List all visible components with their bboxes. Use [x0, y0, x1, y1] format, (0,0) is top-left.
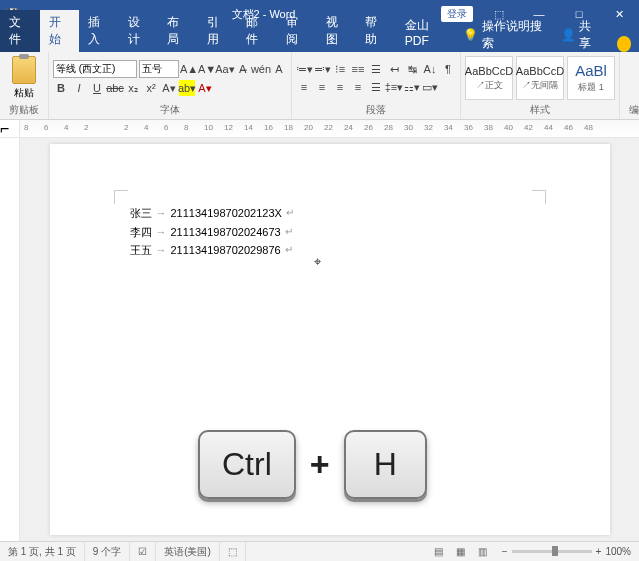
- group-label-paragraph: 段落: [296, 102, 456, 117]
- multilevel-icon[interactable]: ⁝≡: [332, 61, 348, 77]
- margin-mark-tr: [532, 190, 546, 204]
- phonetic-guide-icon[interactable]: wén: [253, 61, 269, 77]
- group-paragraph: ≔▾ ≕▾ ⁝≡ ≡≡ ☰ ↤ ↹ A↓ ¶ ≡ ≡ ≡ ≡ ☰ ‡≡▾ ⚏▾ …: [292, 52, 461, 119]
- underline-button[interactable]: U: [89, 80, 105, 96]
- status-proof-icon[interactable]: ☑: [130, 542, 156, 561]
- return-icon: ↵: [286, 204, 294, 223]
- share-button[interactable]: 👤共享: [551, 18, 609, 52]
- style-normal[interactable]: AaBbCcD ↗正文: [465, 56, 513, 100]
- ruler-corner: ⌐: [0, 120, 20, 137]
- zoom-level[interactable]: 100%: [605, 546, 631, 557]
- status-words[interactable]: 9 个字: [85, 542, 130, 561]
- horizontal-ruler[interactable]: 8642246810121416182022242628303234363840…: [20, 120, 639, 137]
- rtl-icon[interactable]: ↹: [404, 61, 420, 77]
- status-page[interactable]: 第 1 页, 共 1 页: [0, 542, 85, 561]
- tab-design[interactable]: 设计: [119, 10, 159, 52]
- pilcrow-icon[interactable]: ¶: [440, 61, 456, 77]
- group-styles: AaBbCcD ↗正文 AaBbCcD ↗无间隔 AaBl 标题 1 样式: [461, 52, 620, 119]
- decrease-indent-icon[interactable]: ≡≡: [350, 61, 366, 77]
- document-body[interactable]: 张三 → 21113419870202123X ↵ 李四 → 211134198…: [130, 204, 530, 260]
- align-justify-icon[interactable]: ≡: [350, 79, 366, 95]
- ltr-icon[interactable]: ↤: [386, 61, 402, 77]
- ribbon: 粘贴 剪贴板 等线 (西文正) 五号 A▲ A▼ Aa▾ A̶ wén A B …: [0, 52, 639, 120]
- return-icon: ↵: [285, 223, 293, 242]
- increase-indent-icon[interactable]: ☰: [368, 61, 384, 77]
- superscript-button[interactable]: x²: [143, 80, 159, 96]
- strike-button[interactable]: abc: [107, 80, 123, 96]
- decrease-font-icon[interactable]: A▼: [199, 61, 215, 77]
- doc-id: 211134198702024673: [171, 223, 281, 242]
- group-editing: 编辑: [620, 52, 639, 119]
- group-label-font: 字体: [53, 102, 287, 117]
- doc-line[interactable]: 李四 → 211134198702024673 ↵: [130, 223, 530, 242]
- highlight-icon[interactable]: ab▾: [179, 80, 195, 96]
- keycap-h: H: [344, 430, 427, 499]
- borders-icon[interactable]: ▭▾: [422, 79, 438, 95]
- doc-id: 211134198702029876: [171, 241, 281, 260]
- keycap-ctrl: Ctrl: [198, 430, 296, 499]
- tab-review[interactable]: 审阅: [277, 10, 317, 52]
- char-border-icon[interactable]: A: [271, 61, 287, 77]
- text-effects-icon[interactable]: A▾: [161, 80, 177, 96]
- tab-home[interactable]: 开始: [40, 10, 80, 52]
- view-buttons: ▤ ▦ ▥: [428, 542, 494, 562]
- bold-button[interactable]: B: [53, 80, 69, 96]
- align-right-icon[interactable]: ≡: [332, 79, 348, 95]
- style-no-spacing[interactable]: AaBbCcD ↗无间隔: [516, 56, 564, 100]
- group-font: 等线 (西文正) 五号 A▲ A▼ Aa▾ A̶ wén A B I U abc…: [49, 52, 292, 119]
- tab-references[interactable]: 引用: [198, 10, 238, 52]
- align-center-icon[interactable]: ≡: [314, 79, 330, 95]
- tab-file[interactable]: 文件: [0, 10, 40, 52]
- increase-font-icon[interactable]: A▲: [181, 61, 197, 77]
- paste-button[interactable]: 粘贴: [4, 56, 44, 100]
- doc-id: 21113419870202123X: [171, 204, 282, 223]
- doc-name: 王五: [130, 241, 152, 260]
- font-size-select[interactable]: 五号: [139, 60, 179, 78]
- align-left-icon[interactable]: ≡: [296, 79, 312, 95]
- lightbulb-icon: 💡: [463, 28, 478, 42]
- vertical-ruler[interactable]: [0, 138, 20, 541]
- view-web-icon[interactable]: ▥: [472, 542, 494, 562]
- tab-layout[interactable]: 布局: [158, 10, 198, 52]
- doc-line[interactable]: 张三 → 21113419870202123X ↵: [130, 204, 530, 223]
- style-heading-1[interactable]: AaBl 标题 1: [567, 56, 615, 100]
- numbering-icon[interactable]: ≕▾: [314, 61, 330, 77]
- tab-arrow-icon: →: [156, 241, 167, 260]
- shading-icon[interactable]: ⚏▾: [404, 79, 420, 95]
- tab-wps-pdf[interactable]: 金山PDF: [396, 13, 457, 52]
- font-color-icon[interactable]: A▾: [197, 80, 213, 96]
- ruler-bar: ⌐ 86422468101214161820222426283032343638…: [0, 120, 639, 138]
- doc-line[interactable]: 王五 → 211134198702029876 ↵: [130, 241, 530, 260]
- zoom-slider[interactable]: [512, 550, 592, 553]
- subscript-button[interactable]: x₂: [125, 80, 141, 96]
- zoom-control: − + 100%: [494, 546, 639, 557]
- sort-icon[interactable]: A↓: [422, 61, 438, 77]
- font-name-select[interactable]: 等线 (西文正): [53, 60, 137, 78]
- feedback-icon[interactable]: [617, 36, 631, 52]
- margin-mark-tl: [114, 190, 128, 204]
- tab-mailings[interactable]: 邮件: [237, 10, 277, 52]
- distribute-icon[interactable]: ☰: [368, 79, 384, 95]
- italic-button[interactable]: I: [71, 80, 87, 96]
- tell-me-search[interactable]: 💡 操作说明搜索: [457, 18, 551, 52]
- tab-insert[interactable]: 插入: [79, 10, 119, 52]
- clear-format-icon[interactable]: A̶: [235, 61, 251, 77]
- group-label-editing: 编辑: [624, 102, 639, 117]
- doc-name: 张三: [130, 204, 152, 223]
- line-spacing-icon[interactable]: ‡≡▾: [386, 79, 402, 95]
- status-language[interactable]: 英语(美国): [156, 542, 220, 561]
- view-read-icon[interactable]: ▤: [428, 542, 450, 562]
- status-record-icon[interactable]: ⬚: [220, 542, 246, 561]
- clipboard-icon: [12, 56, 36, 84]
- zoom-in-button[interactable]: +: [596, 546, 602, 557]
- zoom-out-button[interactable]: −: [502, 546, 508, 557]
- group-clipboard: 粘贴 剪贴板: [0, 52, 49, 119]
- group-label-styles: 样式: [465, 102, 615, 117]
- view-print-icon[interactable]: ▦: [450, 542, 472, 562]
- change-case-icon[interactable]: Aa▾: [217, 61, 233, 77]
- tab-view[interactable]: 视图: [317, 10, 357, 52]
- status-bar: 第 1 页, 共 1 页 9 个字 ☑ 英语(美国) ⬚ ▤ ▦ ▥ − + 1…: [0, 541, 639, 561]
- bullets-icon[interactable]: ≔▾: [296, 61, 312, 77]
- tab-help[interactable]: 帮助: [356, 10, 396, 52]
- shortcut-overlay: Ctrl + H: [198, 430, 427, 499]
